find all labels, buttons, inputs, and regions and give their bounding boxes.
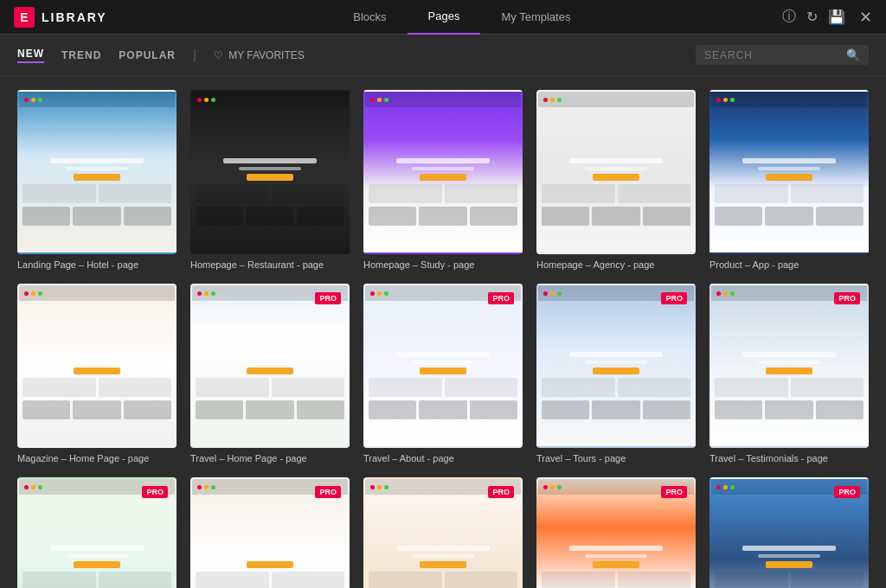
card-label: Product – App - page (709, 259, 869, 270)
tab-my-templates[interactable]: My Templates (480, 0, 591, 35)
filter-trend[interactable]: TREND (61, 49, 101, 61)
filter-new[interactable]: NEW (17, 48, 44, 63)
template-card[interactable]: PROTravel – Trip - page (363, 477, 523, 588)
card-thumbnail: PRO (536, 284, 696, 448)
pro-badge: PRO (315, 486, 341, 498)
logo-area: E LIBRARY (14, 7, 107, 28)
search-input[interactable] (704, 49, 846, 61)
template-card[interactable]: Homepage – Agency - page (536, 90, 696, 270)
card-thumbnail: PRO (363, 284, 523, 448)
elementor-icon: E (14, 7, 35, 28)
card-thumbnail: PRO (709, 477, 869, 588)
card-label: Homepage – Study - page (363, 259, 523, 270)
card-thumbnail (190, 90, 350, 254)
card-thumbnail: PRO (363, 477, 523, 588)
heart-icon: ♡ (214, 49, 223, 61)
nav-tabs: Blocks Pages My Templates (142, 0, 782, 35)
filter-bar: NEW TREND POPULAR | ♡ MY FAVORITES 🔍 (0, 35, 886, 76)
pro-badge: PRO (834, 292, 860, 304)
card-label: Travel – Tours - page (536, 453, 696, 463)
template-grid: Landing Page – Hotel - page Homepage – R… (17, 90, 869, 588)
card-label: Homepage – Restaurant - page (190, 259, 350, 270)
search-icon: 🔍 (846, 48, 860, 61)
filter-divider: | (193, 48, 196, 63)
pro-badge: PRO (142, 486, 168, 498)
header: E LIBRARY Blocks Pages My Templates ⓘ ↻ … (0, 0, 886, 35)
header-actions: ⓘ ↻ 💾 ✕ (782, 8, 872, 27)
tab-pages[interactable]: Pages (408, 0, 481, 35)
filter-popular[interactable]: POPULAR (119, 49, 176, 61)
search-area: 🔍 (696, 45, 869, 65)
refresh-icon[interactable]: ↻ (806, 9, 818, 25)
pro-badge: PRO (661, 292, 687, 304)
pro-badge: PRO (661, 486, 687, 498)
template-card[interactable]: PROTravel – About - page (363, 284, 523, 463)
template-card[interactable]: PROTravel – Paris - page (17, 477, 177, 588)
favorites-filter[interactable]: ♡ MY FAVORITES (214, 49, 305, 61)
card-label: Magazine – Home Page - page (17, 453, 177, 463)
card-label: Landing Page – Hotel - page (17, 259, 177, 270)
card-thumbnail: PRO (190, 284, 350, 448)
card-thumbnail: PRO (190, 477, 350, 588)
card-thumbnail (17, 90, 177, 254)
card-thumbnail: PRO (709, 284, 869, 448)
pro-badge: PRO (315, 292, 341, 304)
template-card[interactable]: Homepage – Restaurant - page (190, 90, 350, 270)
card-thumbnail (17, 284, 177, 448)
template-card[interactable]: Product – App - page (709, 90, 869, 270)
template-card[interactable]: PROTravel – Blog - page (190, 477, 350, 588)
card-thumbnail (709, 90, 869, 254)
pro-badge: PRO (488, 292, 514, 304)
favorites-label: MY FAVORITES (228, 49, 305, 61)
card-thumbnail (536, 90, 696, 254)
template-card[interactable]: PROTravel – Tours - page (536, 284, 696, 463)
template-card[interactable]: PROTravel – Home Page - page (190, 284, 350, 463)
card-label: Travel – About - page (363, 453, 523, 463)
template-card[interactable]: Landing Page – Hotel - page (17, 90, 177, 270)
card-label: Homepage – Agency - page (536, 259, 696, 270)
pro-badge: PRO (488, 486, 514, 498)
template-card[interactable]: Magazine – Home Page - page (17, 284, 177, 463)
logo-text: LIBRARY (42, 10, 107, 24)
template-card[interactable]: PROTravel – Testimonials - page (709, 284, 869, 463)
card-label: Travel – Home Page - page (190, 453, 350, 463)
help-icon[interactable]: ⓘ (782, 8, 796, 26)
card-thumbnail (363, 90, 523, 254)
pro-badge: PRO (834, 486, 860, 498)
close-button[interactable]: ✕ (859, 8, 872, 27)
card-thumbnail: PRO (17, 477, 177, 588)
template-card[interactable]: PROAbout Me - page (709, 477, 869, 588)
template-card[interactable]: Homepage – Study - page (363, 90, 523, 270)
card-label: Travel – Testimonials - page (709, 453, 869, 463)
template-card[interactable]: PROFreelance UX/UI - page (536, 477, 696, 588)
card-thumbnail: PRO (536, 477, 696, 588)
grid-container: Landing Page – Hotel - page Homepage – R… (0, 76, 886, 588)
save-icon[interactable]: 💾 (828, 9, 845, 25)
tab-blocks[interactable]: Blocks (332, 0, 407, 35)
